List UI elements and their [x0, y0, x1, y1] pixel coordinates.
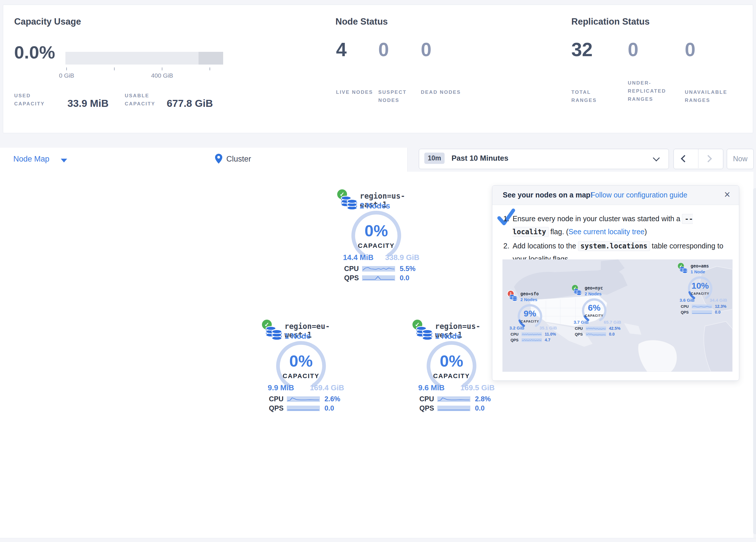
capacity-percent: 10%	[678, 281, 722, 291]
suspect-nodes-label: SUSPECT NODES	[378, 88, 419, 104]
popup-header: See your nodes on a map! Follow our conf…	[492, 185, 739, 205]
map-toolbar: Node Map Cluster	[0, 148, 408, 172]
usable-capacity-label: USABLE CAPACITY	[125, 92, 168, 108]
axis-tick-label: 0 GiB	[49, 72, 84, 79]
total-value: 34.4 GiB	[710, 298, 727, 303]
nodes-count-link[interactable]: 2 Nodes	[585, 291, 601, 296]
time-forward-button[interactable]	[706, 156, 717, 162]
example-node-map: 1 geo=sfo 2 Nodes 9% CAPACITY 3.2 GiB 35…	[502, 259, 733, 372]
used-value: 3.7 GiB	[574, 320, 589, 325]
qps-sparkline	[362, 276, 395, 281]
capacity-percent: 0.0%	[14, 42, 55, 63]
locality-label: geo=ams	[691, 263, 709, 269]
database-icon	[573, 288, 582, 296]
cpu-value: 11.0%	[545, 332, 556, 337]
configuration-guide-link[interactable]: Follow our configuration guide	[591, 191, 687, 199]
live-nodes-value: 4	[336, 38, 347, 60]
cpu-value: 12.3%	[715, 304, 726, 309]
dead-nodes-value: 0	[421, 38, 432, 60]
cpu-sparkline	[586, 327, 606, 330]
qps-label: QPS	[269, 404, 287, 412]
locality-card-us-east-1[interactable]: ✓ region=us-east-1 2 Nodes 0% CAPACITY 1…	[331, 187, 427, 285]
capacity-percent: 0%	[348, 221, 404, 240]
capacity-percent: 9%	[508, 309, 552, 319]
popup-step-1: 1. Ensure every node in your cluster was…	[513, 212, 731, 238]
capacity-reserved-segment	[199, 52, 223, 65]
usable-capacity-value: 677.8 GiB	[167, 98, 213, 109]
capacity-usage-title: Capacity Usage	[14, 16, 81, 27]
cpu-sparkline	[437, 396, 470, 402]
qps-sparkline	[437, 406, 470, 411]
map-edge-fragment	[753, 188, 756, 534]
locality-card-eu-west-1[interactable]: ✓ region=eu-west-1 1 Node 0% CAPACITY 9.…	[256, 318, 352, 415]
cpu-sparkline	[522, 333, 542, 336]
step-text: Ensure every node in your cluster was st…	[513, 214, 680, 223]
cpu-label: CPU	[269, 395, 287, 403]
time-step-buttons	[674, 149, 723, 169]
cpu-sparkline	[692, 305, 712, 308]
qps-value: 0.0	[715, 310, 720, 315]
qps-label: QPS	[575, 332, 586, 337]
cpu-value: 2.6%	[324, 395, 340, 403]
qps-value: 0.0	[475, 404, 485, 412]
chevron-down-icon	[653, 154, 660, 161]
locality-tree-link[interactable]: See current locality tree	[568, 227, 645, 236]
popup-title: See your nodes on a map!	[503, 191, 593, 199]
nodes-count-link[interactable]: 1 Node	[691, 269, 705, 274]
cpu-label: CPU	[344, 264, 362, 273]
node-status-title: Node Status	[335, 16, 388, 27]
now-button[interactable]: Now	[727, 149, 754, 169]
cpu-value: 42.5%	[609, 326, 621, 331]
under-replicated-value: 0	[628, 38, 638, 60]
locality-card-us-west-1[interactable]: ✓ region=us-west-1 1 Node 0% CAPACITY 9.…	[407, 318, 502, 415]
capacity-gauge-label: CAPACITY	[273, 372, 329, 380]
location-pin-icon	[215, 153, 223, 164]
total-value: 169.4 GiB	[310, 383, 344, 392]
map-node-geo-sfo[interactable]: 1 geo=sfo 2 Nodes 9% CAPACITY 3.2 GiB 35…	[508, 290, 557, 345]
time-range-badge: 10m	[424, 152, 445, 164]
used-value: 9.6 MiB	[418, 383, 445, 392]
step-number: 1.	[503, 212, 509, 225]
axis-tick	[210, 67, 210, 70]
time-range-select[interactable]: 10m Past 10 Minutes	[419, 149, 669, 169]
database-icon	[679, 266, 688, 274]
used-value: 3.2 GiB	[509, 326, 524, 330]
qps-label: QPS	[419, 404, 437, 412]
total-value: 65.7 GiB	[604, 320, 621, 325]
step-text: Add locations to the	[513, 242, 576, 250]
step-text: flag. (	[551, 227, 569, 236]
cpu-label: CPU	[511, 332, 522, 337]
nodes-count-link[interactable]: 2 Nodes	[520, 297, 537, 302]
view-selector-dropdown[interactable]: Node Map	[13, 155, 49, 163]
unavailable-ranges-value: 0	[685, 38, 696, 60]
suspect-nodes-value: 0	[378, 38, 389, 60]
capacity-percent: 0%	[423, 352, 480, 370]
divider	[698, 149, 698, 168]
dead-nodes-label: DEAD NODES	[421, 88, 461, 96]
system-locations-code: system.locations	[578, 241, 650, 251]
cpu-label: CPU	[575, 326, 586, 331]
used-value: 9.9 MiB	[268, 383, 294, 392]
locality-label: geo=sfo	[520, 291, 539, 297]
qps-label: QPS	[681, 310, 692, 315]
qps-value: 0.0	[609, 332, 614, 337]
qps-label: QPS	[511, 338, 522, 342]
qps-sparkline	[287, 406, 320, 411]
time-back-button[interactable]	[682, 156, 693, 162]
map-configuration-popup: See your nodes on a map! Follow our conf…	[492, 185, 739, 381]
unavailable-ranges-label: UNAVAILABLE RANGES	[685, 88, 738, 104]
capacity-gauge-label: CAPACITY	[508, 320, 552, 323]
step-number: 2.	[503, 239, 509, 252]
total-value: 35.1 GiB	[540, 326, 557, 330]
database-icon	[509, 294, 518, 302]
map-node-geo-ams[interactable]: ✓ geo=ams 1 Node 10% CAPACITY 3.6 GiB 34…	[678, 262, 727, 317]
breadcrumb[interactable]: Cluster	[226, 155, 251, 163]
used-value: 3.6 GiB	[680, 298, 695, 303]
used-capacity-label: USED CAPACITY	[14, 92, 58, 108]
qps-sparkline	[692, 311, 712, 314]
time-range-value: Past 10 Minutes	[452, 154, 509, 163]
capacity-gauge-label: CAPACITY	[348, 242, 404, 249]
map-node-geo-nyc[interactable]: ✓ geo=nyc 2 Nodes 6% CAPACITY 3.7 GiB 65…	[572, 284, 621, 339]
close-icon[interactable]: ×	[724, 188, 730, 201]
cpu-label: CPU	[681, 304, 692, 309]
